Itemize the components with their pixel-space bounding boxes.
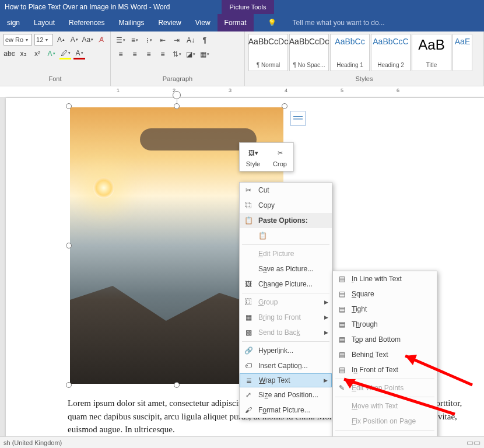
wrap-move-with-text: Move with Text [333, 398, 437, 414]
show-marks-icon[interactable]: ¶ [198, 34, 211, 47]
layout-options-button[interactable] [290, 111, 306, 126]
numbering-icon[interactable]: ≡▾ [128, 34, 141, 47]
link-icon: 🔗 [243, 346, 254, 355]
ribbon-tabs: sign Layout References Mailings Review V… [0, 14, 484, 32]
decrease-indent-icon[interactable]: ⇤ [156, 34, 169, 47]
change-picture-icon: 🖼 [243, 280, 254, 288]
sort-icon[interactable]: A↓ [184, 34, 197, 47]
font-name-combo[interactable]: ew Ro▾ [3, 34, 32, 46]
group-label-styles: Styles [248, 75, 480, 83]
edit-points-icon: ✎ [336, 384, 347, 392]
send-back-icon: ▩ [243, 328, 254, 337]
style-title[interactable]: AaBTitle [412, 34, 451, 71]
style-no-spacing[interactable]: AaBbCcDc¶ No Spac... [289, 34, 329, 71]
align-left-icon[interactable]: ≡ [114, 48, 127, 61]
wrap-inline-icon: ▤ [336, 275, 347, 283]
subscript-icon[interactable]: x₂ [17, 48, 29, 60]
ctx-save-as-picture[interactable]: Save as Picture... [240, 261, 332, 276]
wrap-front-icon: ▤ [336, 366, 347, 374]
resize-handle[interactable] [174, 103, 180, 109]
ctx-wrap-text[interactable]: ≣Wrap Text▶ [240, 373, 332, 387]
line-spacing-icon[interactable]: ⇅▾ [170, 48, 183, 61]
tab-layout[interactable]: Layout [27, 14, 62, 32]
wrap-through-icon: ▤ [336, 320, 347, 328]
window-title: How to Place Text Over an Image in MS Wo… [5, 3, 170, 11]
style-more[interactable]: AaE [453, 34, 472, 71]
mini-toolbar: 🖼▾ Style ✂ Crop [239, 142, 294, 172]
rotate-handle[interactable] [173, 91, 181, 99]
ctx-cut[interactable]: ✂Cut [240, 183, 332, 198]
format-icon: 🖌 [243, 406, 254, 414]
wrap-topbot-icon: ▤ [336, 335, 347, 344]
wrap-through[interactable]: ▤Through [333, 317, 437, 332]
tab-mailings[interactable]: Mailings [111, 14, 151, 32]
context-menu: ✂Cut ⿻Copy 📋Paste Options: 📋 Edit Pictur… [239, 182, 332, 418]
strike-icon[interactable]: abc [3, 48, 15, 60]
wrap-in-front[interactable]: ▤In Front of Text [333, 362, 437, 377]
resize-handle[interactable] [66, 382, 72, 388]
borders-icon[interactable]: ▦▾ [198, 48, 211, 61]
resize-handle[interactable] [66, 243, 72, 249]
ctx-group: ⿴Group▶ [240, 295, 332, 310]
status-language[interactable]: sh (United Kingdom) [3, 439, 62, 446]
clipboard-icon: 📋 [243, 216, 254, 225]
increase-indent-icon[interactable]: ⇥ [170, 34, 183, 47]
clear-format-icon[interactable]: A̸ [96, 34, 107, 46]
ctx-format-picture[interactable]: 🖌Format Picture... [240, 402, 332, 418]
tab-review[interactable]: Review [151, 14, 188, 32]
wrap-inline[interactable]: ▤In Line with Text [333, 271, 437, 286]
ctx-change-picture[interactable]: 🖼Change Picture... [240, 276, 332, 292]
ctx-copy[interactable]: ⿻Copy [240, 198, 332, 213]
ctx-hyperlink[interactable]: 🔗Hyperlink... [240, 343, 332, 358]
justify-icon[interactable]: ≡ [156, 48, 169, 61]
style-normal[interactable]: AaBbCcDc¶ Normal [248, 34, 288, 71]
style-button[interactable]: 🖼▾ Style [242, 145, 264, 169]
wrap-fix-position: Fix Position on Page [333, 414, 437, 429]
tab-format[interactable]: Format [218, 14, 254, 32]
copy-icon: ⿻ [243, 201, 254, 209]
resize-handle[interactable] [66, 103, 72, 109]
highlight-icon[interactable]: 🖊▾ [59, 48, 71, 60]
wrap-tight[interactable]: ▤Tight [333, 302, 437, 317]
group-label-font: Font [3, 75, 107, 83]
caption-icon: 🏷 [243, 362, 254, 370]
shading-icon[interactable]: ◪▾ [184, 48, 197, 61]
wrap-text-submenu: ▤In Line with Text ▤Square ▤Tight ▤Throu… [332, 271, 437, 448]
tab-view[interactable]: View [188, 14, 218, 32]
style-heading1[interactable]: AaBbCcHeading 1 [330, 34, 370, 71]
change-case-icon[interactable]: Aa▾ [82, 34, 94, 46]
tell-me-search[interactable]: 💡 Tell me what you want to do... [254, 14, 399, 32]
font-size-combo[interactable]: 12▾ [34, 34, 53, 46]
size-icon: ⤢ [243, 391, 254, 399]
wrap-square[interactable]: ▤Square [333, 286, 437, 302]
resize-handle[interactable] [174, 382, 180, 388]
shrink-font-icon[interactable]: A▾ [69, 34, 80, 46]
font-color-icon[interactable]: A▾ [73, 48, 85, 60]
ctx-bring-front: ▦Bring to Front▶ [240, 310, 332, 325]
ctx-send-back: ▩Send to Back▶ [240, 325, 332, 340]
align-center-icon[interactable]: ≡ [128, 48, 141, 61]
align-right-icon[interactable]: ≡ [142, 48, 155, 61]
ruler[interactable]: 1 2 3 4 5 6 [0, 86, 484, 98]
superscript-icon[interactable]: x² [31, 48, 43, 60]
wrap-top-bottom[interactable]: ▤Top and Bottom [333, 332, 437, 347]
crop-button[interactable]: ✂ Crop [269, 145, 291, 169]
ctx-paste-option[interactable]: 📋 [240, 228, 332, 243]
grow-font-icon[interactable]: A▴ [55, 34, 66, 46]
text-effects-icon[interactable]: A▾ [45, 48, 57, 60]
book-view-icon[interactable]: ▭▭ [467, 438, 481, 447]
ctx-size-position[interactable]: ⤢Size and Position... [240, 387, 332, 402]
layout-icon [293, 115, 303, 122]
wrap-tight-icon: ▤ [336, 305, 347, 313]
multilevel-icon[interactable]: ⫶▾ [142, 34, 155, 47]
tab-design[interactable]: sign [0, 14, 27, 32]
bullets-icon[interactable]: ☰▾ [114, 34, 127, 47]
ctx-insert-caption[interactable]: 🏷Insert Caption... [240, 358, 332, 373]
wrap-behind-text[interactable]: ▤Behind Text [333, 347, 437, 362]
tab-references[interactable]: References [62, 14, 111, 32]
wrap-edit-points: ✎Edit Wrap Points [333, 380, 437, 396]
resize-handle[interactable] [282, 103, 287, 109]
scissors-icon: ✂ [243, 186, 254, 194]
picture-tools-label: Picture Tools [222, 0, 274, 14]
style-heading2[interactable]: AaBbCcCHeading 2 [371, 34, 411, 71]
